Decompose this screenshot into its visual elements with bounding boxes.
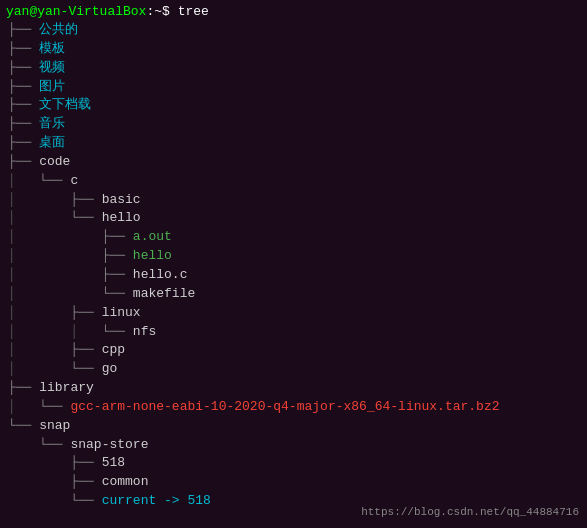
tree-row: │ └── makefile <box>8 285 581 304</box>
tree-row: ├── 518 <box>8 454 581 473</box>
tree-row: ├── 文下档载 <box>8 96 581 115</box>
tree-row: │ ├── hello <box>8 247 581 266</box>
command-text: tree <box>178 4 209 19</box>
tree-row: │ ├── linux <box>8 304 581 323</box>
tree-row: ├── library <box>8 379 581 398</box>
tree-row: │ │ └── nfs <box>8 323 581 342</box>
tree-row: │ └── c <box>8 172 581 191</box>
prompt-line: yan@yan-VirtualBox:~$ tree <box>6 4 581 19</box>
tree-row: ├── 音乐 <box>8 115 581 134</box>
tree-row: │ ├── hello.c <box>8 266 581 285</box>
tree-row: │ └── go <box>8 360 581 379</box>
tree-row: └── snap-store <box>8 436 581 455</box>
tree-row: ├── 图片 <box>8 78 581 97</box>
tree-output: ├── 公共的├── 模板├── 视频├── 图片├── 文下档载├── 音乐├… <box>6 21 581 511</box>
prompt-separator: :~$ <box>146 4 177 19</box>
tree-row: ├── 视频 <box>8 59 581 78</box>
tree-row: ├── 模板 <box>8 40 581 59</box>
tree-row: ├── code <box>8 153 581 172</box>
tree-row: │ ├── cpp <box>8 341 581 360</box>
tree-row: │ ├── a.out <box>8 228 581 247</box>
terminal: yan@yan-VirtualBox:~$ tree ├── 公共的├── 模板… <box>0 0 587 528</box>
prompt-user: yan@yan-VirtualBox <box>6 4 146 19</box>
tree-row: ├── common <box>8 473 581 492</box>
tree-row: ├── 桌面 <box>8 134 581 153</box>
watermark: https://blog.csdn.net/qq_44884716 <box>361 506 579 518</box>
tree-row: │ └── hello <box>8 209 581 228</box>
tree-row: ├── 公共的 <box>8 21 581 40</box>
tree-row: └── snap <box>8 417 581 436</box>
tree-row: │ └── gcc-arm-none-eabi-10-2020-q4-major… <box>8 398 581 417</box>
tree-row: │ ├── basic <box>8 191 581 210</box>
